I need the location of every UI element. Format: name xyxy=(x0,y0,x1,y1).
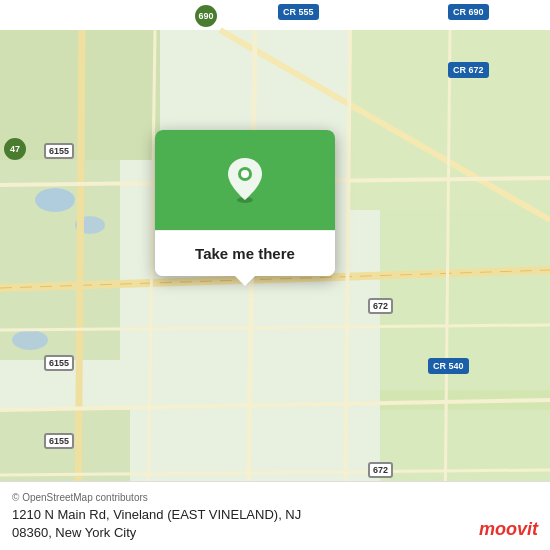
moovit-logo: moovit xyxy=(479,519,538,540)
bottom-bar: © OpenStreetMap contributors 1210 N Main… xyxy=(0,481,550,550)
road-label-cr672-top: CR 672 xyxy=(448,62,489,78)
road-label-6155-2: 6155 xyxy=(44,355,74,371)
svg-line-13 xyxy=(78,30,82,520)
svg-rect-4 xyxy=(380,210,550,410)
road-label-672-mid: 672 xyxy=(368,298,393,314)
location-pin-icon xyxy=(225,156,265,204)
road-label-6155-1: 6155 xyxy=(44,143,74,159)
road-label-672-bot: 672 xyxy=(368,462,393,478)
road-label-47: 47 xyxy=(4,138,26,160)
road-label-6155-3: 6155 xyxy=(44,433,74,449)
map-container: 690 CR 555 CR 690 CR 672 47 6155 CR 555 … xyxy=(0,0,550,550)
osm-credit: © OpenStreetMap contributors xyxy=(12,492,538,503)
address-text: 1210 N Main Rd, Vineland (EAST VINELAND)… xyxy=(12,506,538,542)
road-label-cr690: CR 690 xyxy=(448,4,489,20)
svg-point-24 xyxy=(241,170,249,178)
popup-map-area xyxy=(155,130,335,230)
take-me-there-button[interactable]: Take me there xyxy=(155,230,335,276)
svg-point-7 xyxy=(35,188,75,212)
road-label-cr540: CR 540 xyxy=(428,358,469,374)
road-label-cr555-top: CR 555 xyxy=(278,4,319,20)
road-label-690: 690 xyxy=(195,5,217,27)
popup-card: Take me there xyxy=(155,130,335,276)
svg-point-9 xyxy=(12,330,48,350)
